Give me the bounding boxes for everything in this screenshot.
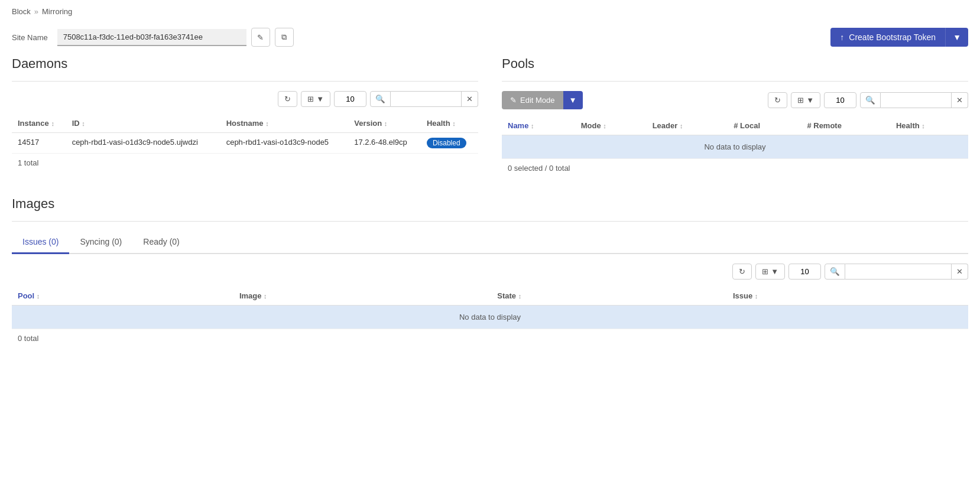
pools-no-data-row: No data to display — [502, 135, 968, 159]
pools-page-size-input[interactable] — [824, 92, 856, 108]
refresh-icon: ↻ — [284, 95, 291, 103]
daemons-col-health[interactable]: Health ↕ — [421, 114, 478, 133]
search-icon: 🔍 — [830, 267, 840, 276]
chevron-down-icon: ▼ — [953, 33, 961, 42]
table-icon: ⊞ — [762, 267, 768, 276]
search-icon: 🔍 — [375, 95, 385, 103]
two-col-layout: Daemons ↻ ⊞ ▼ 🔍 ✕ — [12, 56, 968, 177]
pools-columns-button[interactable]: ⊞ ▼ — [791, 92, 820, 108]
images-section: Images Issues (0) Syncing (0) Ready (0) … — [12, 196, 968, 347]
images-refresh-button[interactable]: ↻ — [732, 264, 752, 280]
pools-search-input[interactable] — [881, 92, 952, 108]
pools-col-health[interactable]: Health ↕ — [890, 116, 968, 135]
images-clear-search-button[interactable]: ✕ — [952, 264, 968, 280]
pools-selected-info: 0 selected / 0 total — [502, 159, 968, 177]
edit-mode-dropdown-button[interactable]: ▼ — [563, 91, 583, 109]
images-search-group: 🔍 ✕ — [825, 264, 968, 280]
chevron-down-icon: ▼ — [569, 96, 577, 105]
x-icon: ✕ — [956, 267, 963, 276]
images-search-input[interactable] — [845, 264, 952, 280]
daemons-page-size-input[interactable] — [334, 91, 366, 107]
daemon-version: 17.2.6-48.el9cp — [348, 133, 421, 154]
pools-no-data-cell: No data to display — [502, 135, 968, 159]
images-columns-button[interactable]: ⊞ ▼ — [755, 264, 785, 280]
header-bar: Site Name ✎ ⧉ ↑ Create Bootstrap Token ▼ — [0, 23, 980, 56]
sort-icon: ↕ — [264, 293, 267, 300]
edit-mode-button[interactable]: ✎ Edit Mode — [502, 91, 563, 109]
daemons-col-instance[interactable]: Instance ↕ — [12, 114, 66, 133]
tab-issues[interactable]: Issues (0) — [12, 231, 69, 254]
images-no-data-cell: No data to display — [12, 306, 968, 329]
edit-site-name-button[interactable]: ✎ — [251, 28, 270, 47]
sort-icon: ↕ — [680, 122, 683, 129]
images-table: Pool ↕ Image ↕ State ↕ Issue ↕ — [12, 287, 968, 329]
create-bootstrap-token-dropdown[interactable]: ▼ — [945, 28, 968, 47]
sort-icon: ↕ — [531, 122, 534, 129]
pools-title: Pools — [502, 56, 968, 72]
refresh-icon: ↻ — [774, 96, 781, 105]
images-toolbar: ↻ ⊞ ▼ 🔍 ✕ — [12, 264, 968, 280]
x-icon: ✕ — [466, 95, 473, 103]
daemons-total: 1 total — [12, 154, 478, 172]
pencil-icon: ✎ — [510, 96, 517, 105]
chevron-down-icon: ▼ — [771, 267, 778, 276]
daemons-col-version[interactable]: Version ↕ — [348, 114, 421, 133]
upload-icon: ↑ — [840, 33, 844, 42]
daemons-col-id[interactable]: ID ↕ — [66, 114, 220, 133]
breadcrumb-current: Mirroring — [42, 7, 72, 16]
copy-icon: ⧉ — [281, 33, 287, 42]
pools-search-group: 🔍 ✕ — [860, 92, 968, 108]
daemons-refresh-button[interactable]: ↻ — [278, 91, 297, 107]
refresh-icon: ↻ — [739, 267, 745, 276]
pools-section: Pools ✎ Edit Mode ▼ ↻ ⊞ — [502, 56, 968, 177]
images-table-header: Pool ↕ Image ↕ State ↕ Issue ↕ — [12, 287, 968, 306]
breadcrumb-parent[interactable]: Block — [12, 7, 31, 16]
pools-table: Name ↕ Mode ↕ Leader ↕ # Local — [502, 116, 968, 159]
edit-mode-group: ✎ Edit Mode ▼ — [502, 91, 583, 109]
images-col-issue[interactable]: Issue ↕ — [727, 287, 968, 306]
pools-col-mode[interactable]: Mode ↕ — [575, 116, 647, 135]
create-bootstrap-token-label: Create Bootstrap Token — [849, 33, 936, 42]
site-name-row: Site Name ✎ ⧉ — [12, 28, 294, 47]
main-content: Daemons ↻ ⊞ ▼ 🔍 ✕ — [0, 56, 980, 347]
daemons-col-hostname[interactable]: Hostname ↕ — [220, 114, 349, 133]
daemon-health: Disabled — [421, 133, 478, 154]
images-col-image[interactable]: Image ↕ — [233, 287, 491, 306]
images-tabs: Issues (0) Syncing (0) Ready (0) — [12, 231, 968, 254]
chevron-down-icon: ▼ — [806, 96, 814, 105]
tab-ready[interactable]: Ready (0) — [132, 231, 190, 254]
pools-search-icon-button[interactable]: 🔍 — [860, 92, 881, 108]
pools-col-local[interactable]: # Local — [728, 116, 801, 135]
daemons-columns-button[interactable]: ⊞ ▼ — [301, 91, 330, 107]
sort-icon: ↕ — [82, 120, 85, 127]
create-bootstrap-token-button[interactable]: ↑ Create Bootstrap Token — [830, 28, 945, 47]
daemons-clear-search-button[interactable]: ✕ — [462, 91, 478, 107]
table-icon: ⊞ — [797, 96, 804, 105]
pools-clear-search-button[interactable]: ✕ — [952, 92, 968, 108]
edit-mode-label: Edit Mode — [520, 96, 555, 105]
sort-icon: ↕ — [51, 120, 54, 127]
sort-icon: ↕ — [265, 120, 269, 127]
pools-col-name[interactable]: Name ↕ — [502, 116, 575, 135]
images-page-size-input[interactable] — [788, 264, 821, 280]
breadcrumb: Block » Mirroring — [0, 0, 980, 23]
sort-icon: ↕ — [518, 293, 522, 300]
pools-toolbar: ✎ Edit Mode ▼ ↻ ⊞ ▼ 🔍 — [502, 91, 968, 109]
sort-icon: ↕ — [452, 120, 456, 127]
images-col-pool[interactable]: Pool ↕ — [12, 287, 233, 306]
pools-col-leader[interactable]: Leader ↕ — [647, 116, 728, 135]
copy-site-name-button[interactable]: ⧉ — [275, 28, 294, 47]
daemons-search-icon-button[interactable]: 🔍 — [370, 91, 391, 107]
sort-icon: ↕ — [603, 122, 606, 129]
images-col-state[interactable]: State ↕ — [491, 287, 727, 306]
images-search-icon-button[interactable]: 🔍 — [825, 264, 845, 280]
site-name-label: Site Name — [12, 33, 48, 42]
pools-refresh-button[interactable]: ↻ — [768, 92, 787, 108]
table-row: 14517 ceph-rbd1-vasi-o1d3c9-node5.ujwdzi… — [12, 133, 478, 154]
daemons-search-input[interactable] — [391, 91, 462, 107]
pools-table-header: Name ↕ Mode ↕ Leader ↕ # Local — [502, 116, 968, 135]
daemons-title: Daemons — [12, 56, 478, 72]
site-name-input[interactable] — [57, 29, 246, 46]
tab-syncing[interactable]: Syncing (0) — [69, 231, 132, 254]
pools-col-remote[interactable]: # Remote — [801, 116, 890, 135]
